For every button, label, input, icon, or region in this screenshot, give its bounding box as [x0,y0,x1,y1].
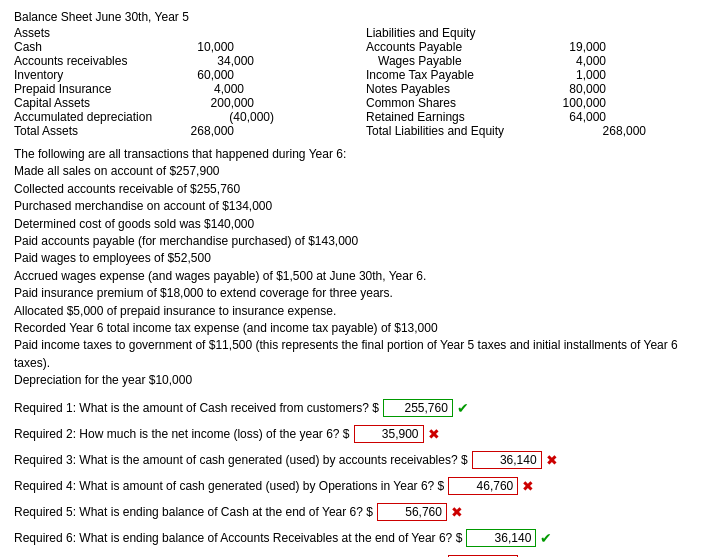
incorrect-icon: ✖ [428,426,440,442]
transaction-1: Made all sales on account of $257,900 [14,163,698,180]
question-row-5: Required 5: What is ending balance of Ca… [14,503,698,521]
liab-value-re: 64,000 [569,110,606,124]
question-row-3: Required 3: What is the amount of cash g… [14,451,698,469]
liab-label-cs: Common Shares [366,96,456,110]
assets-header: Assets [14,26,356,40]
liab-value-wp: 4,000 [576,54,606,68]
asset-label-prepaid: Prepaid Insurance [14,82,111,96]
question-text-5: Required 5: What is ending balance of Ca… [14,505,373,519]
asset-value-cash: 10,000 [197,40,234,54]
asset-label-total: Total Assets [14,124,78,138]
asset-value-inventory: 60,000 [197,68,234,82]
asset-label-ar: Accounts receivables [14,54,127,68]
asset-value-capital: 200,000 [211,96,254,110]
asset-label-cash: Cash [14,40,42,54]
answer-box-1: ✔ [383,399,469,417]
answer-input-1[interactable] [383,399,453,417]
liab-label-np: Notes Payables [366,82,450,96]
question-row-4: Required 4: What is amount of cash gener… [14,477,698,495]
incorrect-icon: ✖ [522,478,534,494]
transaction-8: Paid insurance premium of $18,000 to ext… [14,285,698,302]
answer-input-6[interactable] [466,529,536,547]
question-row-2: Required 2: How much is the net income (… [14,425,698,443]
incorrect-icon: ✖ [546,452,558,468]
liab-value-total: 268,000 [603,124,646,138]
question-text-2: Required 2: How much is the net income (… [14,427,350,441]
transaction-4: Determined cost of goods sold was $140,0… [14,216,698,233]
question-text-3: Required 3: What is the amount of cash g… [14,453,468,467]
asset-value-prepaid: 4,000 [214,82,244,96]
transaction-6: Paid wages to employees of $52,500 [14,250,698,267]
balance-sheet-title: Balance Sheet June 30th, Year 5 [14,10,698,24]
liab-value-cs: 100,000 [563,96,606,110]
asset-value-total: 268,000 [191,124,234,138]
asset-value-acc-dep: (40,000) [229,110,274,124]
answer-input-4[interactable] [448,477,518,495]
transaction-3: Purchased merchandise on account of $134… [14,198,698,215]
transaction-9: Allocated $5,000 of prepaid insurance to… [14,303,698,320]
liab-label-ap: Accounts Payable [366,40,462,54]
asset-label-capital: Capital Assets [14,96,90,110]
transaction-2: Collected accounts receivable of $255,76… [14,181,698,198]
question-text-1: Required 1: What is the amount of Cash r… [14,401,379,415]
questions-container: Required 1: What is the amount of Cash r… [14,399,698,557]
transaction-11: Paid income taxes to government of $11,5… [14,337,698,372]
answer-box-6: ✔ [466,529,552,547]
liab-label-wp: Wages Payable [366,54,462,68]
question-row-6: Required 6: What is ending balance of Ac… [14,529,698,547]
transaction-10: Recorded Year 6 total income tax expense… [14,320,698,337]
question-row-1: Required 1: What is the amount of Cash r… [14,399,698,417]
incorrect-icon: ✖ [451,504,463,520]
answer-box-5: ✖ [377,503,463,521]
asset-value-ar: 34,000 [217,54,254,68]
transactions-intro: The following are all transactions that … [14,146,698,163]
correct-icon: ✔ [457,400,469,416]
answer-box-3: ✖ [472,451,558,469]
transaction-12: Depreciation for the year $10,000 [14,372,698,389]
transactions-section: The following are all transactions that … [14,146,698,389]
liab-label-re: Retained Earnings [366,110,465,124]
liabilities-header: Liabilities and Equity [366,26,698,40]
liab-label-total: Total Liabilities and Equity [366,124,504,138]
answer-box-4: ✖ [448,477,534,495]
answer-input-3[interactable] [472,451,542,469]
asset-label-inventory: Inventory [14,68,63,82]
question-text-4: Required 4: What is amount of cash gener… [14,479,444,493]
correct-icon: ✔ [540,530,552,546]
answer-input-2[interactable] [354,425,424,443]
answer-box-2: ✖ [354,425,440,443]
asset-label-acc-dep: Accumulated depreciation [14,110,152,124]
transaction-7: Accrued wages expense (and wages payable… [14,268,698,285]
question-text-6: Required 6: What is ending balance of Ac… [14,531,462,545]
liab-value-np: 80,000 [569,82,606,96]
liab-label-itp: Income Tax Payable [366,68,474,82]
answer-input-5[interactable] [377,503,447,521]
liab-value-itp: 1,000 [576,68,606,82]
liab-value-ap: 19,000 [569,40,606,54]
transaction-5: Paid accounts payable (for merchandise p… [14,233,698,250]
